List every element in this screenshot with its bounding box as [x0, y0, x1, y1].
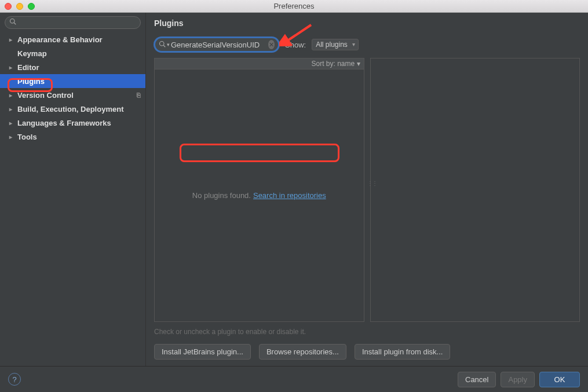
sidebar-search-input[interactable] — [5, 16, 141, 29]
search-icon — [159, 41, 166, 49]
clear-search-icon[interactable]: ✕ — [268, 40, 275, 49]
show-label: Show: — [285, 41, 306, 49]
apply-button[interactable]: Apply — [501, 372, 535, 387]
search-options-caret-icon[interactable]: ▾ — [167, 42, 170, 47]
tree-label: Version Control — [17, 91, 74, 100]
search-in-repositories-link[interactable]: Search in repositories — [253, 191, 326, 200]
titlebar: Preferences — [0, 0, 588, 13]
empty-state: No plugins found. Search in repositories — [155, 69, 364, 321]
svg-line-1 — [14, 23, 16, 24]
plugin-list-panel: Sort by: name ▾ No plugins found. Search… — [154, 58, 364, 322]
plugin-search-field[interactable]: ▾ ✕ — [154, 37, 279, 52]
tree-label: Appearance & Behavior — [17, 35, 103, 44]
settings-tree: ▸Appearance & Behavior Keymap ▸Editor Pl… — [0, 32, 145, 144]
cancel-button[interactable]: Cancel — [458, 372, 496, 387]
tree-label: Keymap — [17, 49, 47, 58]
tree-item-plugins[interactable]: Plugins — [0, 74, 145, 88]
page-title: Plugins — [154, 19, 580, 28]
plugin-search-input[interactable] — [171, 41, 268, 49]
ok-button[interactable]: OK — [539, 372, 580, 387]
tree-item-keymap[interactable]: Keymap — [0, 46, 145, 60]
chevron-down-icon: ▾ — [357, 60, 360, 68]
sidebar: ▸Appearance & Behavior Keymap ▸Editor Pl… — [0, 13, 146, 366]
window-title: Preferences — [0, 2, 588, 10]
search-icon — [9, 18, 16, 27]
dialog-footer: ? Cancel Apply OK — [0, 366, 588, 392]
main-panel: Plugins ▾ ✕ Show: All plugins Sort by: n… — [146, 13, 588, 366]
tree-item-appearance[interactable]: ▸Appearance & Behavior — [0, 32, 145, 46]
project-settings-icon: ⎘ — [137, 91, 141, 98]
tree-item-editor[interactable]: ▸Editor — [0, 60, 145, 74]
tree-label: Editor — [17, 63, 39, 72]
sort-header[interactable]: Sort by: name ▾ — [155, 58, 364, 69]
splitter-handle-icon[interactable]: ⋮⋮ — [367, 180, 377, 186]
show-filter-dropdown[interactable]: All plugins — [312, 39, 359, 50]
tree-label: Plugins — [17, 77, 45, 86]
tree-label: Build, Execution, Deployment — [17, 105, 123, 113]
tree-label: Tools — [17, 133, 37, 141]
show-filter-value: All plugins — [316, 41, 348, 49]
hint-text: Check or uncheck a plugin to enable or d… — [154, 328, 580, 336]
plugin-detail-panel: ⋮⋮ — [370, 58, 580, 322]
sort-label: Sort by: name — [311, 60, 355, 68]
tree-item-languages[interactable]: ▸Languages & Frameworks — [0, 116, 145, 130]
help-icon[interactable]: ? — [8, 373, 21, 386]
tree-item-build[interactable]: ▸Build, Execution, Deployment — [0, 102, 145, 116]
tree-item-tools[interactable]: ▸Tools — [0, 130, 145, 144]
tree-label: Languages & Frameworks — [17, 119, 111, 127]
install-from-disk-button[interactable]: Install plugin from disk... — [355, 344, 450, 360]
svg-line-3 — [163, 45, 165, 47]
browse-repositories-button[interactable]: Browse repositories... — [259, 344, 346, 360]
empty-text: No plugins found. — [192, 191, 251, 200]
svg-point-0 — [10, 19, 15, 24]
svg-point-2 — [160, 41, 165, 46]
tree-item-version-control[interactable]: ▸Version Control⎘ — [0, 88, 145, 102]
install-jetbrains-plugin-button[interactable]: Install JetBrains plugin... — [154, 344, 251, 360]
